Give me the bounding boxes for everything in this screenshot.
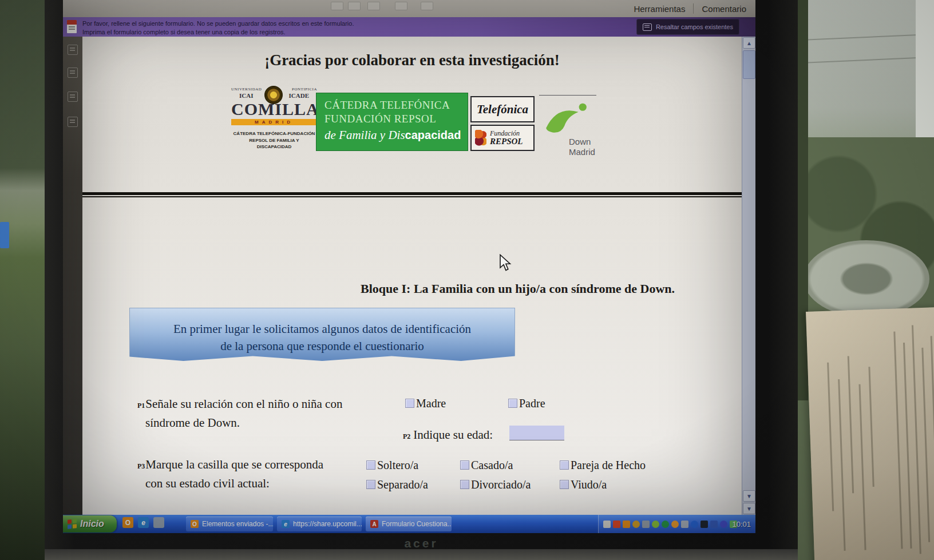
vertical-scrollbar[interactable]: ▲ ▼ ▼ — [742, 37, 755, 515]
toolbar-button-icon[interactable] — [367, 2, 380, 10]
telefonica-logo: Telefónica — [470, 96, 535, 122]
highlight-fields-icon — [643, 23, 652, 31]
taskbar-window-outlook[interactable]: O Elementos enviados -... — [186, 517, 273, 531]
catedra-logo: CÁTEDRA TELEFÓNICA FUNDACIÓN REPSOL de F… — [316, 93, 468, 151]
power-line — [798, 57, 934, 63]
start-label: Inicio — [80, 519, 104, 529]
tray-icon-5[interactable] — [642, 521, 650, 528]
option-pareja[interactable]: Pareja de Hecho — [560, 459, 646, 472]
taskbar-window-pdf[interactable]: A Formulario Cuestiona... — [366, 517, 452, 531]
toolbar-button-icon[interactable] — [348, 2, 361, 10]
checkbox-soltero[interactable] — [366, 460, 375, 470]
checkbox-padre[interactable] — [508, 399, 517, 408]
page-thumbnails-icon[interactable] — [68, 45, 78, 55]
checkbox-divorciado[interactable] — [460, 480, 469, 489]
edad-input[interactable] — [509, 426, 564, 440]
catedra-line2: FUNDACIÓN REPSOL — [324, 112, 468, 126]
message-line2: Imprima el formulario completo si desea … — [82, 28, 354, 37]
comillas-logo: UNIVERSIDAD PONTIFICIA ICAI ICADE COMILL… — [231, 87, 317, 150]
down-madrid-logo: Down Madrid — [539, 95, 596, 158]
outdoor-scene-left — [0, 0, 46, 560]
tab-divider — [693, 3, 694, 14]
monitor-brand-logo: acer — [404, 537, 438, 550]
tray-icon-3[interactable] — [623, 521, 630, 528]
intro-line1: En primer lugar le solicitamos algunos d… — [130, 320, 515, 337]
checkbox-separado[interactable] — [366, 480, 375, 489]
option-separado[interactable]: Separado/a — [366, 478, 428, 491]
checkbox-madre[interactable] — [405, 399, 414, 408]
tray-icon-4[interactable] — [632, 521, 640, 528]
outdoor-scene-right — [798, 0, 934, 560]
tray-icon-antivirus[interactable] — [720, 521, 727, 528]
repsol-name: REPSOL — [490, 137, 523, 146]
repsol-icon — [475, 130, 486, 146]
option-padre[interactable]: Padre — [508, 397, 545, 410]
repsol-logo: Fundación REPSOL — [470, 125, 535, 151]
toolbar-button-icon[interactable] — [331, 2, 343, 10]
comillas-universidad: UNIVERSIDAD — [231, 87, 262, 92]
monitor: Herramientas Comentario Por favor, relle… — [45, 0, 798, 560]
roundabout-courtyard — [804, 240, 929, 317]
attachments-icon[interactable] — [68, 92, 78, 102]
tray-icon-6[interactable] — [652, 521, 659, 528]
pdf-page: ¡Gracias por colaborar en esta investiga… — [82, 37, 742, 515]
tray-icon-7[interactable] — [662, 521, 669, 528]
form-message-bar: Por favor, rellene el siguiente formular… — [63, 17, 755, 37]
navigation-sidebar — [63, 37, 82, 515]
internet-explorer-icon: e — [282, 520, 290, 528]
tray-icon-9[interactable] — [681, 521, 688, 528]
checkbox-casado[interactable] — [460, 460, 469, 470]
scroll-up-icon[interactable]: ▲ — [743, 37, 755, 49]
signatures-icon[interactable] — [68, 117, 78, 127]
printed-sheet — [806, 307, 934, 560]
option-viudo[interactable]: Viudo/a — [560, 478, 607, 491]
tray-icon-wireless[interactable] — [700, 521, 708, 528]
intro-line2: de la persona que responde el cuestionar… — [130, 337, 515, 355]
comillas-caption2: REPSOL DE FAMILIA Y DISCAPACIDAD — [231, 137, 317, 150]
scroll-down-icon[interactable]: ▼ — [743, 490, 755, 502]
page-title: ¡Gracias por colaborar en esta investiga… — [82, 51, 742, 69]
comillas-crest-icon — [264, 86, 283, 104]
down-madrid-line1: Down — [569, 137, 595, 147]
tray-icon-1[interactable] — [603, 521, 611, 528]
option-divorciado[interactable]: Divorciado/a — [460, 478, 531, 491]
windows-logo-icon — [68, 519, 77, 529]
reader-tab-strip: Herramientas Comentario — [634, 0, 746, 17]
tray-icon-10[interactable] — [691, 521, 698, 528]
down-madrid-line2: Madrid — [569, 147, 595, 157]
question-p3-line2: con su estado civil actual: — [145, 476, 270, 491]
scroll-page-down-icon[interactable]: ▼ — [743, 503, 755, 514]
checkbox-pareja[interactable] — [560, 460, 569, 470]
tray-icon-12[interactable] — [710, 521, 718, 528]
checkbox-viudo[interactable] — [560, 480, 569, 489]
question-p2: P2 Indique su edad: — [403, 428, 493, 442]
taskbar-window-browser[interactable]: e https://share.upcomil... — [277, 517, 362, 531]
option-soltero[interactable]: Soltero/a — [366, 459, 418, 472]
outlook-quicklaunch-icon[interactable]: O — [122, 517, 133, 528]
bookmarks-icon[interactable] — [68, 67, 78, 78]
screen: Herramientas Comentario Por favor, relle… — [63, 0, 755, 533]
highlight-fields-label: Resaltar campos existentes — [656, 23, 733, 30]
toolbar-button-icon[interactable] — [395, 2, 407, 10]
sky — [798, 0, 934, 153]
taskbar-clock[interactable]: 10:01 — [732, 515, 751, 533]
tab-herramientas[interactable]: Herramientas — [634, 4, 685, 14]
system-tray: 10:01 — [598, 515, 755, 533]
highlight-fields-button[interactable]: Resaltar campos existentes — [636, 19, 739, 35]
tray-icon-8[interactable] — [671, 521, 679, 528]
comillas-icai: ICAI — [239, 92, 253, 99]
question-p1-line1: P1Señale su relación con el niño o niña … — [137, 397, 342, 411]
power-line — [798, 34, 934, 41]
message-text: Por favor, rellene el siguiente formular… — [82, 19, 354, 37]
internet-explorer-quicklaunch-icon[interactable]: e — [138, 517, 149, 528]
option-casado[interactable]: Casado/a — [460, 459, 513, 472]
start-button[interactable]: Inicio — [63, 515, 117, 533]
show-desktop-icon[interactable] — [153, 517, 164, 528]
tray-icon-2[interactable] — [613, 521, 620, 528]
scroll-thumb[interactable] — [743, 50, 755, 79]
reader-toolbar: Herramientas Comentario — [63, 0, 755, 17]
quick-launch-bar: O e — [122, 517, 164, 528]
toolbar-button-icon[interactable] — [421, 2, 433, 10]
tab-comentario[interactable]: Comentario — [702, 4, 746, 14]
option-madre[interactable]: Madre — [405, 397, 446, 410]
